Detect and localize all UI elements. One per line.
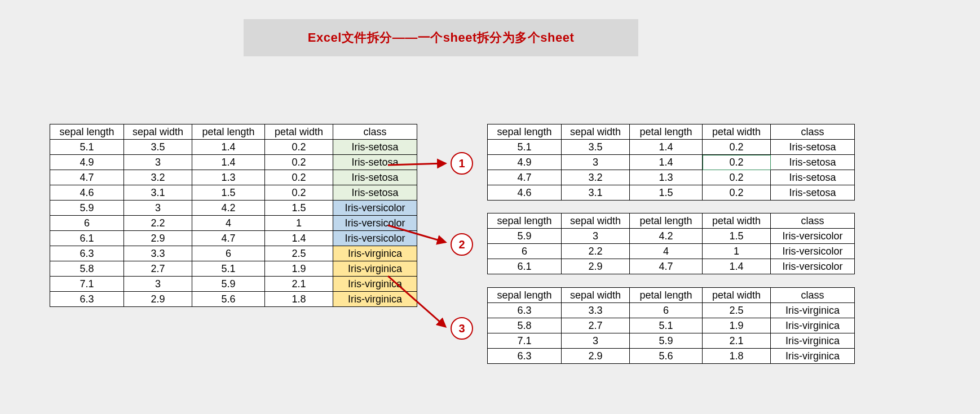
- table-cell: 2.9: [562, 349, 630, 364]
- table-cell: 1.4: [192, 155, 265, 170]
- table-cell: 1.5: [630, 185, 703, 201]
- table-cell: 3.2: [124, 170, 192, 185]
- table-cell: 3.5: [562, 140, 630, 155]
- table-header: sepal length: [488, 288, 562, 303]
- table-cell: 0.2: [265, 140, 333, 155]
- table-cell: 1.8: [703, 349, 771, 364]
- table-header: sepal length: [488, 213, 562, 229]
- table-cell: 6.3: [50, 246, 124, 261]
- table-cell: 2.7: [124, 261, 192, 277]
- table-cell: 4.2: [630, 229, 703, 244]
- table-cell: 3.1: [124, 185, 192, 201]
- table-row: 6.12.94.71.4Iris-versicolor: [50, 231, 417, 246]
- table-cell: 2.2: [562, 244, 630, 259]
- table-row: 4.931.40.2Iris-setosa: [488, 155, 855, 170]
- table-cell: Iris-setosa: [333, 170, 417, 185]
- table-cell: 1: [265, 216, 333, 231]
- table-cell: 3: [562, 333, 630, 349]
- table-row: 5.13.51.40.2Iris-setosa: [488, 140, 855, 155]
- table-cell: 6: [488, 244, 562, 259]
- table-cell: 2.9: [562, 259, 630, 274]
- table-cell: 3: [124, 277, 192, 292]
- table-header: petal width: [265, 124, 333, 140]
- table-cell: 6: [630, 303, 703, 318]
- table-cell: 0.2: [265, 170, 333, 185]
- table-cell: Iris-setosa: [333, 185, 417, 201]
- table-cell: 1.9: [265, 261, 333, 277]
- table-cell: 4.6: [488, 185, 562, 201]
- table-cell: 4: [630, 244, 703, 259]
- table-cell: 5.6: [192, 292, 265, 307]
- table-cell: 5.1: [630, 318, 703, 333]
- table-cell: 3: [562, 229, 630, 244]
- table-cell: 5.9: [630, 333, 703, 349]
- table-cell: Iris-versicolor: [333, 201, 417, 216]
- table-cell: Iris-virginica: [333, 292, 417, 307]
- table-cell: 1.4: [192, 140, 265, 155]
- table-cell: Iris-virginica: [333, 261, 417, 277]
- table-cell: Iris-setosa: [333, 155, 417, 170]
- table-cell: 5.1: [50, 140, 124, 155]
- title-text: Excel文件拆分——一个sheet拆分为多个sheet: [308, 29, 574, 46]
- table-cell: 6.3: [488, 303, 562, 318]
- table-row: 62.241Iris-versicolor: [50, 216, 417, 231]
- table-cell: 4.9: [50, 155, 124, 170]
- table-cell: 2.1: [265, 277, 333, 292]
- table-cell: 2.1: [703, 333, 771, 349]
- table-row: 4.931.40.2Iris-setosa: [50, 155, 417, 170]
- table-cell: Iris-virginica: [333, 277, 417, 292]
- table-header: class: [771, 288, 855, 303]
- table-cell: 6: [50, 216, 124, 231]
- table-cell: 2.5: [265, 246, 333, 261]
- table-row: 4.73.21.30.2Iris-setosa: [50, 170, 417, 185]
- table-cell: Iris-setosa: [333, 140, 417, 155]
- title-banner: Excel文件拆分——一个sheet拆分为多个sheet: [244, 19, 638, 56]
- table-header: sepal length: [488, 124, 562, 140]
- table-cell: 2.7: [562, 318, 630, 333]
- table-cell: 0.2: [703, 185, 771, 201]
- table-header: sepal width: [562, 124, 630, 140]
- table-cell: Iris-virginica: [771, 303, 855, 318]
- table-row: 6.12.94.71.4Iris-versicolor: [488, 259, 855, 274]
- arrow-label-2: 2: [451, 233, 473, 256]
- table-cell: 3: [562, 155, 630, 170]
- table-row: 5.934.21.5Iris-versicolor: [488, 229, 855, 244]
- arrow-label-3: 3: [451, 317, 473, 340]
- table-row: 4.73.21.30.2Iris-setosa: [488, 170, 855, 185]
- table-header: petal width: [703, 288, 771, 303]
- table-row: 4.63.11.50.2Iris-setosa: [488, 185, 855, 201]
- table-cell: 0.2: [703, 155, 771, 170]
- table-cell: 2.2: [124, 216, 192, 231]
- table-cell: 4.7: [630, 259, 703, 274]
- table-row: 5.82.75.11.9Iris-virginica: [488, 318, 855, 333]
- table-cell: Iris-versicolor: [333, 231, 417, 246]
- table-header: class: [333, 124, 417, 140]
- table-row: 6.33.362.5Iris-virginica: [488, 303, 855, 318]
- table-cell: Iris-setosa: [771, 185, 855, 201]
- table-cell: 3: [124, 201, 192, 216]
- table-cell: 1.4: [630, 140, 703, 155]
- table-cell: 1.8: [265, 292, 333, 307]
- table-cell: Iris-setosa: [771, 155, 855, 170]
- table-header: sepal length: [50, 124, 124, 140]
- table-cell: 6.3: [488, 349, 562, 364]
- table-header: class: [771, 213, 855, 229]
- table-cell: 1.4: [703, 259, 771, 274]
- table-cell: Iris-versicolor: [333, 216, 417, 231]
- table-cell: Iris-versicolor: [771, 259, 855, 274]
- table-cell: 1.4: [630, 155, 703, 170]
- table-row: 6.32.95.61.8Iris-virginica: [488, 349, 855, 364]
- table-row: 5.934.21.5Iris-versicolor: [50, 201, 417, 216]
- table-cell: 7.1: [50, 277, 124, 292]
- table-cell: 5.1: [488, 140, 562, 155]
- table-row: 5.82.75.11.9Iris-virginica: [50, 261, 417, 277]
- table-cell: 4.7: [192, 231, 265, 246]
- table-cell: 0.2: [265, 155, 333, 170]
- table-cell: Iris-virginica: [771, 318, 855, 333]
- table-cell: 1.3: [192, 170, 265, 185]
- table-cell: 4.7: [50, 170, 124, 185]
- table-header: petal width: [703, 124, 771, 140]
- table-row: 6.33.362.5Iris-virginica: [50, 246, 417, 261]
- table-cell: 1.5: [703, 229, 771, 244]
- table-cell: 5.9: [192, 277, 265, 292]
